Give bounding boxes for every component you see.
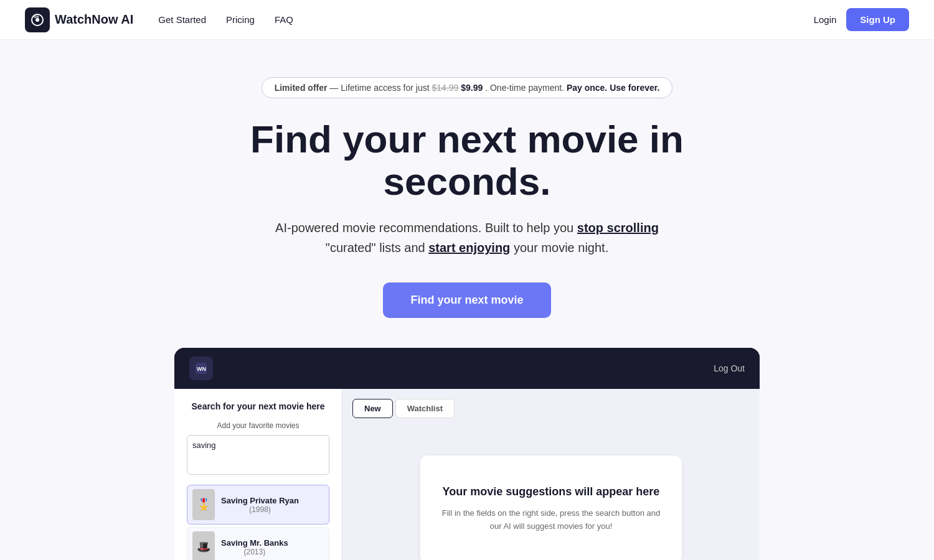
movie-info: Saving Mr. Banks(2013) — [221, 538, 288, 556]
movie-list: 🎖️Saving Private Ryan(1998)🎩Saving Mr. B… — [187, 485, 329, 560]
cta-button[interactable]: Find your next movie — [383, 282, 550, 318]
subtitle-part1: AI-powered movie recommendations. Built … — [275, 221, 577, 235]
subtitle-part3: your movie night. — [514, 241, 608, 254]
suggestions-title: Your movie suggestions will appear here — [440, 485, 662, 498]
movie-title: Saving Mr. Banks — [221, 538, 288, 548]
left-panel: Search for your next movie here Add your… — [174, 389, 342, 560]
movie-list-item[interactable]: 🎖️Saving Private Ryan(1998) — [187, 485, 329, 525]
panel-title: Search for your next movie here — [187, 401, 329, 411]
movie-list-item[interactable]: 🎩Saving Mr. Banks(2013) — [187, 527, 329, 560]
right-panel: NewWatchlist Your movie suggestions will… — [342, 389, 760, 560]
movie-thumb: 🎖️ — [192, 489, 215, 520]
subtitle-link-stop-scrolling[interactable]: stop scrolling — [577, 221, 659, 235]
new-price: $9.99 — [461, 83, 483, 93]
signup-button[interactable]: Sign Up — [846, 8, 909, 31]
movie-title: Saving Private Ryan — [221, 496, 299, 505]
logo-text: WatchNow AI — [55, 12, 133, 27]
logo-icon: WN — [25, 7, 50, 32]
svg-text:WN: WN — [197, 366, 206, 372]
suggestions-body: Fill in the fields on the right side, pr… — [440, 507, 662, 533]
app-logo-icon: WN — [189, 357, 213, 380]
movie-search-textarea[interactable]: saving — [187, 435, 329, 475]
offer-badge: Limited offer — Lifetime access for just… — [262, 77, 673, 98]
svg-text:WN: WN — [34, 15, 39, 19]
old-price: $14.99 — [432, 83, 459, 93]
movie-info: Saving Private Ryan(1998) — [221, 496, 299, 514]
offer-prefix: Limited offer — Lifetime access for just — [275, 83, 432, 93]
input-label: Add your favorite movies — [187, 421, 329, 430]
tab-watchlist[interactable]: Watchlist — [395, 399, 455, 418]
pay-once: Pay once. Use forever. — [567, 83, 659, 93]
hero-title: Find your next movie in seconds. — [212, 118, 722, 203]
hero-subtitle: AI-powered movie recommendations. Built … — [249, 218, 685, 258]
app-preview: WN Log Out Search for your next movie he… — [174, 348, 760, 560]
nav-right: Login Sign Up — [814, 8, 909, 31]
nav-links: Get Started Pricing FAQ — [158, 14, 813, 25]
nav-link-get-started[interactable]: Get Started — [158, 14, 206, 25]
login-button[interactable]: Login — [814, 14, 837, 25]
movie-thumb: 🎩 — [192, 531, 215, 560]
hero-section: Limited offer — Lifetime access for just… — [0, 40, 934, 560]
logo[interactable]: WN WatchNow AI — [25, 7, 133, 32]
tab-new[interactable]: New — [352, 399, 393, 418]
nav-link-faq[interactable]: FAQ — [275, 14, 293, 25]
offer-suffix: . One-time payment. — [485, 83, 564, 93]
subtitle-part2: "curated" lists and — [326, 241, 428, 254]
app-header: WN Log Out — [174, 348, 760, 389]
app-logout-button[interactable]: Log Out — [714, 363, 745, 373]
movie-year: (2013) — [221, 548, 288, 556]
subtitle-link-start-enjoying[interactable]: start enjoying — [428, 241, 510, 254]
navbar: WN WatchNow AI Get Started Pricing FAQ L… — [0, 0, 934, 40]
suggestions-placeholder: Your movie suggestions will appear here … — [420, 455, 682, 560]
tabs-bar: NewWatchlist — [352, 399, 750, 418]
movie-year: (1998) — [221, 505, 299, 514]
app-body: Search for your next movie here Add your… — [174, 389, 760, 560]
nav-link-pricing[interactable]: Pricing — [226, 14, 255, 25]
